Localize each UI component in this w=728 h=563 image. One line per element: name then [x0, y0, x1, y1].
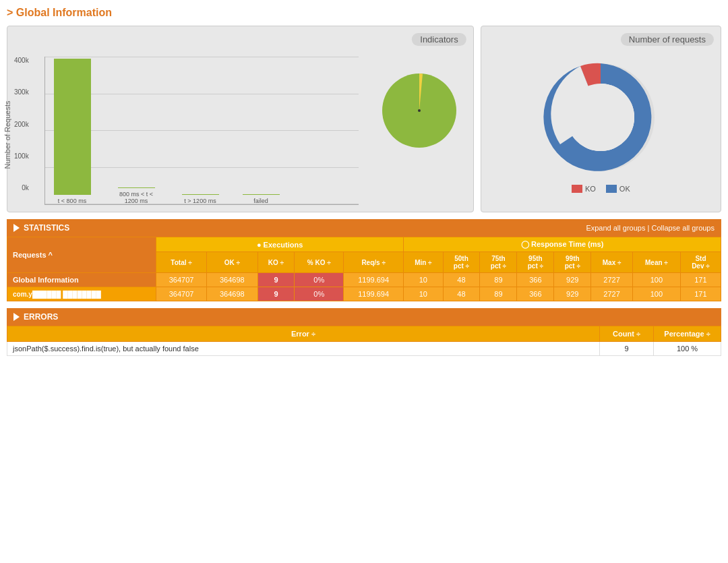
- svg-point-5: [567, 84, 634, 151]
- col-total[interactable]: Total ÷: [156, 252, 206, 273]
- row-global-std-dev: 171: [680, 273, 721, 287]
- statistics-table: Requests ^ ● Executions ◯ Response Time …: [7, 237, 721, 301]
- row-com-pct50: 48: [443, 287, 480, 301]
- page-title: > Global Information: [7, 7, 721, 19]
- table-row: com.y██████ ████████ 364707 364698 9 0% …: [7, 287, 721, 301]
- triangle-icon: [13, 224, 20, 232]
- col-req-s[interactable]: Req/s ÷: [344, 252, 404, 273]
- collapse-all-link[interactable]: Collapse all groups: [651, 224, 715, 232]
- col-pct75[interactable]: 75thpct ÷: [480, 252, 517, 273]
- legend-ok: OK: [606, 185, 630, 193]
- row-com-pct95: 366: [517, 287, 554, 301]
- row-global-req-s: 1199.694: [344, 273, 404, 287]
- legend-ok-color: [606, 185, 617, 193]
- expand-collapse-links: Expand all groups | Collapse all groups: [586, 224, 715, 232]
- row-global-ko: 9: [257, 273, 295, 287]
- row-global-max: 2727: [591, 273, 633, 287]
- errors-triangle-icon: [13, 313, 20, 321]
- row-com-max: 2727: [591, 287, 633, 301]
- row-global-total: 364707: [156, 273, 206, 287]
- row-com-name: com.y██████ ████████: [7, 287, 156, 301]
- row-com-req-s: 1199.694: [344, 287, 404, 301]
- row-global-pct95: 366: [517, 273, 554, 287]
- row-global-pct75: 89: [480, 273, 517, 287]
- clock-icon: ●: [257, 241, 262, 249]
- expand-all-link[interactable]: Expand all groups: [586, 224, 645, 232]
- col-mean[interactable]: Mean ÷: [632, 252, 680, 273]
- error-row: jsonPath($.success).find.is(true), but a…: [7, 342, 721, 356]
- col-pct-ko[interactable]: % KO ÷: [295, 252, 344, 273]
- col-min[interactable]: Min ÷: [404, 252, 443, 273]
- errors-header-left: ERRORS: [13, 312, 58, 322]
- row-com-mean: 100: [632, 287, 680, 301]
- y-axis-labels: 400k 300k 200k 100k 0k: [14, 57, 32, 191]
- bar-failed: failed: [241, 194, 281, 204]
- legend-ko-color: [572, 185, 582, 193]
- errors-table: Error ÷ Count ÷ Percentage ÷ jsonPath($.…: [7, 326, 721, 356]
- donut-chart-container: [540, 57, 661, 178]
- error-count: 9: [600, 342, 654, 356]
- row-com-pct99: 929: [554, 287, 591, 301]
- col-ok[interactable]: OK ÷: [207, 252, 257, 273]
- number-requests-title: Number of requests: [621, 33, 714, 46]
- row-com-pct-ko: 0%: [295, 287, 344, 301]
- y-axis-label: Number of Requests: [3, 101, 11, 169]
- legend-ko: KO: [572, 185, 596, 193]
- errors-title: ERRORS: [24, 312, 58, 322]
- bar-t-800-label: t < 800 ms: [52, 198, 92, 204]
- charts-row: Indicators Number of Requests 400k 300k …: [7, 26, 721, 212]
- col-requests[interactable]: Requests ^: [7, 237, 156, 273]
- svg-point-1: [418, 109, 421, 112]
- bar-t-1200-rect: [118, 187, 155, 188]
- small-pie-chart: [379, 70, 460, 151]
- bar-t-over-1200-rect: [182, 194, 219, 195]
- row-global-ok: 364698: [207, 273, 257, 287]
- col-count[interactable]: Count ÷: [600, 326, 654, 342]
- col-percentage[interactable]: Percentage ÷: [654, 326, 721, 342]
- executions-group-header: ● Executions: [156, 237, 403, 252]
- row-global-mean: 100: [632, 273, 680, 287]
- statistics-header-left: STATISTICS: [13, 223, 69, 233]
- number-requests-content: KO OK: [488, 57, 714, 193]
- statistics-title: STATISTICS: [24, 223, 69, 233]
- legend-ko-label: KO: [585, 185, 596, 193]
- bar-t-800-rect: [54, 59, 91, 195]
- col-max[interactable]: Max ÷: [591, 252, 633, 273]
- row-com-total: 364707: [156, 287, 206, 301]
- col-pct95[interactable]: 95thpct ÷: [517, 252, 554, 273]
- statistics-header[interactable]: STATISTICS Expand all groups | Collapse …: [7, 219, 721, 237]
- row-global-pct50: 48: [443, 273, 480, 287]
- statistics-section: STATISTICS Expand all groups | Collapse …: [7, 219, 721, 301]
- col-ko[interactable]: KO ÷: [257, 252, 295, 273]
- row-com-min: 10: [404, 287, 443, 301]
- row-com-ok: 364698: [207, 287, 257, 301]
- small-pie-container: [372, 57, 466, 151]
- errors-section: ERRORS Error ÷ Count ÷ Percentage ÷ json…: [7, 308, 721, 356]
- donut-chart: [540, 57, 661, 178]
- row-global-min: 10: [404, 273, 443, 287]
- indicators-chart-title: Indicators: [412, 33, 466, 46]
- row-com-std-dev: 171: [680, 287, 721, 301]
- row-com-ko: 9: [257, 287, 295, 301]
- bar-t-1200-label: 800 ms < t <1200 ms: [113, 191, 160, 204]
- response-group-header: ◯ Response Time (ms): [404, 237, 721, 252]
- col-pct99[interactable]: 99thpct ÷: [554, 252, 591, 273]
- number-requests-chart-box: Number of requests: [481, 26, 721, 212]
- bar-t-over-1200-label: t > 1200 ms: [180, 198, 220, 204]
- bar-t-800: t < 800 ms: [52, 59, 92, 204]
- error-description: jsonPath($.success).find.is(true), but a…: [7, 342, 600, 356]
- error-percentage: 100 %: [654, 342, 721, 356]
- row-global-name: Global Information: [7, 273, 156, 287]
- col-std-dev[interactable]: StdDev ÷: [680, 252, 721, 273]
- table-row: Global Information 364707 364698 9 0% 11…: [7, 273, 721, 287]
- bar-failed-label: failed: [241, 198, 281, 204]
- timer-icon: ◯: [521, 240, 529, 248]
- row-global-pct-ko: 0%: [295, 273, 344, 287]
- bar-t-1200: 800 ms < t <1200 ms: [113, 187, 160, 204]
- col-pct50[interactable]: 50thpct ÷: [443, 252, 480, 273]
- col-error[interactable]: Error ÷: [7, 326, 600, 342]
- indicators-chart-box: Indicators Number of Requests 400k 300k …: [7, 26, 474, 212]
- errors-header[interactable]: ERRORS: [7, 308, 721, 326]
- bar-failed-rect: [243, 194, 280, 195]
- row-global-pct99: 929: [554, 273, 591, 287]
